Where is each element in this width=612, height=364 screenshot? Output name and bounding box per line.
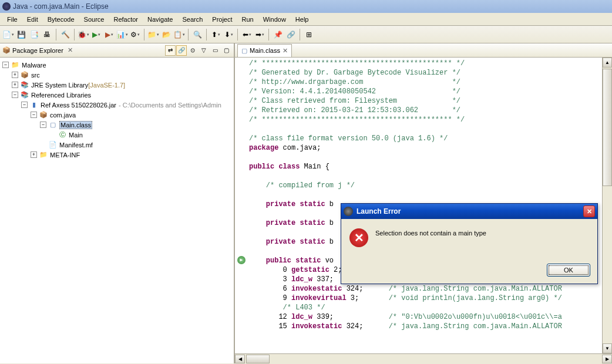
expand-icon[interactable]: + <box>12 82 18 88</box>
file-icon: 📄 <box>48 140 58 150</box>
expand-icon[interactable]: + <box>12 72 18 78</box>
menu-help[interactable]: Help <box>291 15 314 24</box>
new-class-icon[interactable]: 📂 <box>160 29 172 41</box>
print-icon[interactable]: 🖶 <box>41 29 53 41</box>
new-package-icon[interactable]: 📁▾ <box>147 29 159 41</box>
project-icon: 📁 <box>11 60 20 70</box>
jre-version-label: [JavaSE-1.7] <box>88 82 125 89</box>
dialog-title-text: Launch Error <box>357 207 401 215</box>
dialog-message: Selection does not contain a main type <box>375 228 589 237</box>
metainf-node[interactable]: META-INF <box>50 151 80 159</box>
collapse-icon[interactable]: − <box>40 122 46 128</box>
menu-file[interactable]: File <box>2 15 22 24</box>
ok-button[interactable]: OK <box>547 264 590 277</box>
collapse-all-icon[interactable]: ⇄ <box>165 45 176 56</box>
perspective-icon[interactable]: ⊞ <box>303 29 315 41</box>
collapse-icon[interactable]: − <box>21 102 28 108</box>
jar-path-label: - C:\Documents and Settings\Admin <box>119 102 221 109</box>
close-icon[interactable]: ✕ <box>283 47 288 55</box>
separator <box>268 29 269 41</box>
expand-icon[interactable]: + <box>31 151 37 158</box>
menu-window[interactable]: Window <box>258 15 291 24</box>
src-node[interactable]: src <box>31 72 40 79</box>
collapse-icon[interactable]: − <box>31 112 37 118</box>
package-node[interactable]: com.java <box>50 112 76 119</box>
window-titlebar: Java - com.java.Main - Eclipse <box>0 0 612 13</box>
menu-bytecode[interactable]: Bytecode <box>43 15 79 24</box>
save-all-icon[interactable]: 📑 <box>28 29 40 41</box>
scroll-up-icon[interactable]: ▲ <box>603 58 612 68</box>
collapse-icon[interactable]: − <box>2 62 9 68</box>
coverage-icon[interactable]: 📊▾ <box>116 29 128 41</box>
minimize-icon[interactable]: ▭ <box>210 45 220 56</box>
package-tree[interactable]: − 📁 Malware + 📦 src + 📚 JRE System Libra… <box>0 58 234 363</box>
horizontal-scrollbar[interactable]: ◀ ▶ <box>235 353 612 363</box>
run-last-icon[interactable]: ▶▾ <box>103 29 115 41</box>
new-icon[interactable]: 📄▾ <box>2 29 14 41</box>
menu-source[interactable]: Source <box>79 15 109 24</box>
editor-tab-main[interactable]: ▢ Main.class ✕ <box>237 44 292 57</box>
save-icon[interactable]: 💾 <box>15 29 27 41</box>
view-menu-icon[interactable]: ▽ <box>199 45 209 56</box>
library-icon: 📚 <box>20 80 29 90</box>
scroll-thumb[interactable] <box>603 69 612 186</box>
editor-tabs: ▢ Main.class ✕ <box>235 43 612 58</box>
menu-search[interactable]: Search <box>177 15 207 24</box>
menu-project[interactable]: Project <box>207 15 237 24</box>
menu-refactor[interactable]: Refactor <box>109 15 143 24</box>
scroll-down-icon[interactable]: ▼ <box>603 343 612 353</box>
tree-spacer <box>49 132 56 138</box>
window-title: Java - com.java.Main - Eclipse <box>13 2 109 11</box>
class-file-icon: ▢ <box>241 47 247 55</box>
eclipse-icon <box>2 2 11 11</box>
package-icon: 📦 <box>39 110 48 120</box>
build-icon[interactable]: 🔨 <box>59 29 71 41</box>
run-icon[interactable]: ▶▾ <box>90 29 102 41</box>
collapse-icon[interactable]: − <box>12 92 18 98</box>
menu-navigate[interactable]: Navigate <box>143 15 177 24</box>
separator <box>56 29 56 41</box>
eclipse-icon <box>344 207 353 216</box>
manifest-node[interactable]: Manifest.mf <box>59 141 93 149</box>
annotation-next-icon[interactable]: ⬇▾ <box>223 29 234 41</box>
back-icon[interactable]: ⬅▾ <box>241 29 253 41</box>
external-tools-icon[interactable]: ⚙▾ <box>129 29 141 41</box>
forward-icon[interactable]: ➡▾ <box>254 29 265 41</box>
open-type-icon[interactable]: 📋▾ <box>173 29 185 41</box>
scroll-left-icon[interactable]: ◀ <box>235 355 245 363</box>
pin-icon[interactable]: 📌 <box>272 29 284 41</box>
dialog-titlebar[interactable]: Launch Error ✕ <box>341 204 597 219</box>
jar-icon: ▮ <box>29 100 39 110</box>
project-node[interactable]: Malware <box>22 62 46 69</box>
search-icon[interactable]: 🔍 <box>191 29 203 41</box>
separator <box>300 29 300 41</box>
link-icon[interactable]: 🔗 <box>285 29 297 41</box>
main-type-node[interactable]: Main <box>69 132 83 139</box>
jar-node[interactable]: Ref Axess 5150228026.jar <box>41 102 116 109</box>
menu-edit[interactable]: Edit <box>22 15 43 24</box>
scroll-thumb[interactable] <box>246 355 270 363</box>
library-icon: 📚 <box>20 90 29 100</box>
jre-node[interactable]: JRE System Library <box>31 82 88 89</box>
source-folder-icon: 📦 <box>20 70 29 80</box>
main-class-node[interactable]: Main.class <box>59 121 92 129</box>
editor-tab-label: Main.class <box>250 47 280 54</box>
separator <box>144 29 144 41</box>
focus-icon[interactable]: ⊙ <box>187 45 198 56</box>
debug-icon[interactable]: 🐞▾ <box>78 29 89 41</box>
explorer-title: Package Explorer <box>12 47 63 54</box>
vertical-scrollbar[interactable]: ▲ ▼ <box>602 58 612 353</box>
class-file-icon: ▢ <box>48 120 58 130</box>
scroll-right-icon[interactable]: ▶ <box>602 355 612 363</box>
maximize-icon[interactable]: ▢ <box>221 45 231 56</box>
dialog-close-button[interactable]: ✕ <box>583 205 595 217</box>
annotation-prev-icon[interactable]: ⬆▾ <box>210 29 221 41</box>
folder-icon: 📁 <box>39 150 48 160</box>
error-icon: ✕ <box>349 228 368 247</box>
referenced-libs-node[interactable]: Referenced Libraries <box>31 92 91 99</box>
link-editor-icon[interactable]: 🔗 <box>176 45 187 56</box>
run-gutter-icon[interactable]: ▶ <box>237 256 246 264</box>
close-icon[interactable]: ✕ <box>68 46 73 54</box>
separator <box>237 29 238 41</box>
menu-run[interactable]: Run <box>237 15 258 24</box>
